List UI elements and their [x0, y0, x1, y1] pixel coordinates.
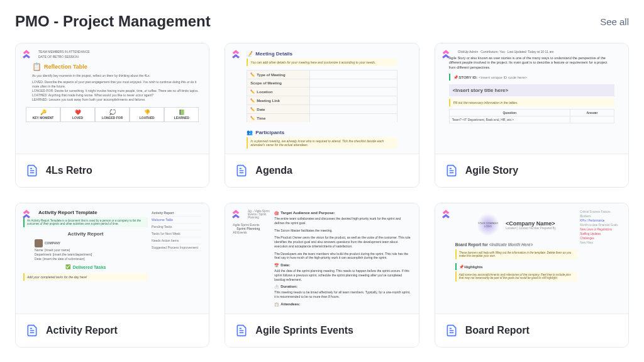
card-title: Agenda — [255, 165, 292, 176]
pencil-icon: ✏️ — [250, 72, 255, 77]
template-card-agile-story[interactable]: ClickUp Admin · Contributors: You · Last… — [435, 43, 629, 188]
calendar-icon: 📅 — [274, 263, 279, 268]
card-preview: YOUR COMPANY LOGO <Company Name> Locatio… — [435, 203, 628, 314]
pencil-icon: ✏️ — [250, 98, 255, 103]
target-icon: 🎯 — [274, 211, 279, 215]
template-card-4ls-retro[interactable]: TEAM MEMBERS IN ATTENDANCE DATE OF RETRO… — [15, 43, 209, 188]
people-icon: 👥 — [247, 130, 253, 135]
clickup-logo-icon — [21, 208, 32, 220]
template-card-agile-sprints[interactable]: Ag.. / Agile Sprint Events / Sprint Plan… — [225, 203, 419, 348]
pencil-icon: ✏️ — [250, 116, 255, 120]
card-title: 4Ls Retro — [46, 165, 92, 176]
card-preview: 📝Meeting Details You can add other detai… — [225, 43, 418, 154]
card-preview: TEAM MEMBERS IN ATTENDANCE DATE OF RETRO… — [16, 43, 209, 154]
clickup-logo-icon — [230, 208, 242, 220]
template-card-board-report[interactable]: YOUR COMPANY LOGO <Company Name> Locatio… — [435, 203, 629, 348]
pencil-icon: ✏️ — [250, 107, 255, 111]
document-icon — [26, 323, 38, 338]
clipboard-icon: 📋 — [274, 302, 279, 307]
document-icon — [235, 163, 248, 178]
note-icon: 📝 — [247, 51, 253, 57]
company-logo-icon — [35, 239, 43, 247]
clickup-logo-icon — [230, 48, 242, 60]
pin-icon: 📌 — [459, 265, 464, 269]
template-grid: TEAM MEMBERS IN ATTENDANCE DATE OF RETRO… — [15, 43, 629, 348]
pin-icon: 📌 — [453, 76, 458, 79]
check-icon: ✅ — [65, 264, 71, 269]
card-title: Board Report — [465, 325, 530, 336]
card-title: Agile Story — [465, 165, 518, 176]
reflection-icon: 📋 — [32, 62, 42, 71]
card-title: Activity Report — [46, 325, 118, 336]
card-title: Agile Sprints Events — [255, 325, 353, 336]
see-all-link[interactable]: See all — [600, 16, 629, 27]
template-card-agenda[interactable]: 📝Meeting Details You can add other detai… — [225, 43, 419, 188]
document-icon — [445, 323, 458, 338]
pencil-icon: ✏️ — [250, 89, 255, 94]
card-preview: Activity Report Template An Activity Rep… — [16, 203, 209, 314]
clickup-logo-icon — [440, 208, 452, 220]
document-icon — [235, 323, 248, 338]
page-title: PMO - Project Management — [15, 13, 211, 30]
clickup-logo-icon — [440, 48, 452, 60]
card-preview: Ag.. / Agile Sprint Events / Sprint Plan… — [225, 203, 418, 314]
document-icon — [26, 163, 38, 178]
template-card-activity-report[interactable]: Activity Report Template An Activity Rep… — [15, 203, 209, 348]
card-preview: ClickUp Admin · Contributors: You · Last… — [435, 43, 628, 154]
clickup-logo-icon — [21, 48, 32, 60]
clock-icon: ⏱️ — [274, 285, 279, 289]
company-logo-placeholder: YOUR COMPANY LOGO — [477, 213, 499, 236]
document-icon — [445, 163, 458, 178]
